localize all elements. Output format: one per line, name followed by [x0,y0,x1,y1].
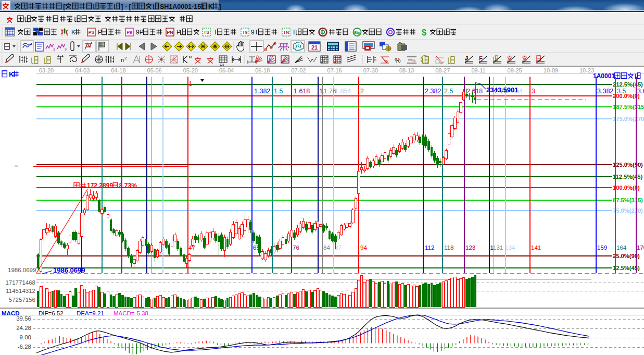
svg-text:3.6: 3.6 [637,88,644,95]
svg-text:$: $ [422,28,426,37]
svg-text:Big: Big [354,30,361,35]
svg-text:1.382: 1.382 [254,88,270,95]
svg-text:T: T [213,29,218,36]
svg-text:] - [: ] - [ [121,3,131,10]
svg-text:07-30: 07-30 [363,67,378,74]
svg-text:1: 1 [188,80,192,88]
svg-text:K: K [9,70,14,78]
svg-text:57257156: 57257156 [9,297,35,303]
svg-text:T: T [292,29,296,36]
svg-text:J: J [465,55,468,61]
svg-text:84: 84 [323,244,330,251]
svg-text:n: n [121,57,124,63]
svg-text:123: 123 [465,244,475,251]
svg-text:TN: TN [283,30,289,35]
svg-text:134: 134 [505,244,515,251]
svg-text:175.0%(270): 175.0%(270) [613,116,644,122]
svg-text:170: 170 [637,244,644,251]
svg-text:10-23: 10-23 [579,67,594,74]
svg-text:3.5: 3.5 [617,88,626,95]
svg-text:05-20: 05-20 [183,67,198,74]
svg-text:9.00: 9.00 [20,334,31,340]
svg-text:9P: 9P [136,29,144,36]
svg-text:05-06: 05-06 [147,67,162,74]
svg-text:21: 21 [311,44,318,51]
svg-text:2: 2 [124,56,127,60]
svg-text:2: 2 [360,88,364,95]
svg-text:76: 76 [293,244,299,251]
svg-text:3: 3 [532,88,535,95]
svg-text:172.2899: 172.2899 [87,182,113,189]
svg-text:112: 112 [425,244,434,251]
svg-text:131: 131 [493,244,503,251]
svg-text:3: 3 [53,47,55,51]
svg-text:K: K [208,3,213,10]
svg-text:08-13: 08-13 [399,67,414,74]
svg-text:]: ] [219,3,221,10]
svg-text:%: % [412,58,415,63]
svg-text:DIF=6.52: DIF=6.52 [39,310,64,316]
svg-text:141: 141 [531,244,541,251]
svg-text:114514312: 114514312 [6,288,35,294]
svg-text:171771468: 171771468 [5,279,35,286]
svg-text:PS: PS [89,30,95,35]
svg-text:75.0%(270): 75.0%(270) [613,207,643,214]
svg-text:125.0%(90): 125.0%(90) [613,162,643,168]
svg-text:8.73%: 8.73% [119,182,137,189]
svg-text:F: F [479,55,483,61]
svg-text:9T: 9T [251,29,259,36]
svg-text:47: 47 [188,244,195,251]
svg-text:DEA=9.21: DEA=9.21 [77,310,104,316]
svg-text:04-03: 04-03 [75,67,90,74]
svg-text:1.854: 1.854 [335,88,351,95]
svg-text:PN: PN [167,30,173,35]
svg-text:1.5: 1.5 [274,88,283,95]
svg-text:P9: P9 [127,30,132,35]
svg-text:06-18: 06-18 [255,67,270,74]
svg-text:87.5%(315): 87.5%(315) [613,197,643,203]
svg-text:MACD=-5.38: MACD=-5.38 [113,310,148,316]
svg-text:2.5: 2.5 [444,88,453,95]
svg-text:%: % [384,59,388,64]
svg-text:118: 118 [444,244,453,251]
svg-text:-6.28: -6.28 [18,344,31,350]
svg-text:03-20: 03-20 [39,67,54,74]
svg-text:2343.5901: 2343.5901 [486,86,518,94]
svg-text:3.382: 3.382 [597,88,613,95]
svg-text:212.5%(45): 212.5%(45) [613,81,643,88]
svg-text:87: 87 [335,244,342,251]
svg-text:SH1A0001-151: SH1A0001-151 [160,3,205,10]
svg-text:K: K [71,29,75,36]
svg-text:159: 159 [597,244,607,251]
svg-text:%: % [395,56,401,64]
svg-text:112.5%(45): 112.5%(45) [613,174,642,180]
svg-text:06-04: 06-04 [219,67,234,74]
svg-text:1986.0699: 1986.0699 [8,267,36,273]
svg-text:9: 9 [65,47,67,51]
svg-text:1.618: 1.618 [294,88,310,95]
svg-text:07-16: 07-16 [327,67,342,74]
svg-text:P: P [98,29,102,36]
svg-text:09-25: 09-25 [508,67,522,74]
svg-text:187.5%(315): 187.5%(315) [613,104,644,110]
svg-text:08-27: 08-27 [435,67,450,74]
svg-text:94: 94 [360,244,367,251]
svg-text:10-09: 10-09 [544,67,558,74]
svg-text:07-02: 07-02 [291,67,306,74]
svg-text:2.618: 2.618 [466,88,483,95]
svg-text:TS: TS [204,30,209,35]
svg-text:09-11: 09-11 [471,67,485,74]
svg-text:24.28: 24.28 [16,325,31,331]
svg-text:04-18: 04-18 [111,67,125,74]
svg-text:2.382: 2.382 [425,88,441,95]
svg-text:P: P [176,29,181,36]
svg-text:T9: T9 [243,30,248,35]
svg-text:1986.0699: 1986.0699 [53,266,85,274]
svg-text:39.56: 39.56 [16,315,31,322]
svg-text:164: 164 [616,244,627,251]
